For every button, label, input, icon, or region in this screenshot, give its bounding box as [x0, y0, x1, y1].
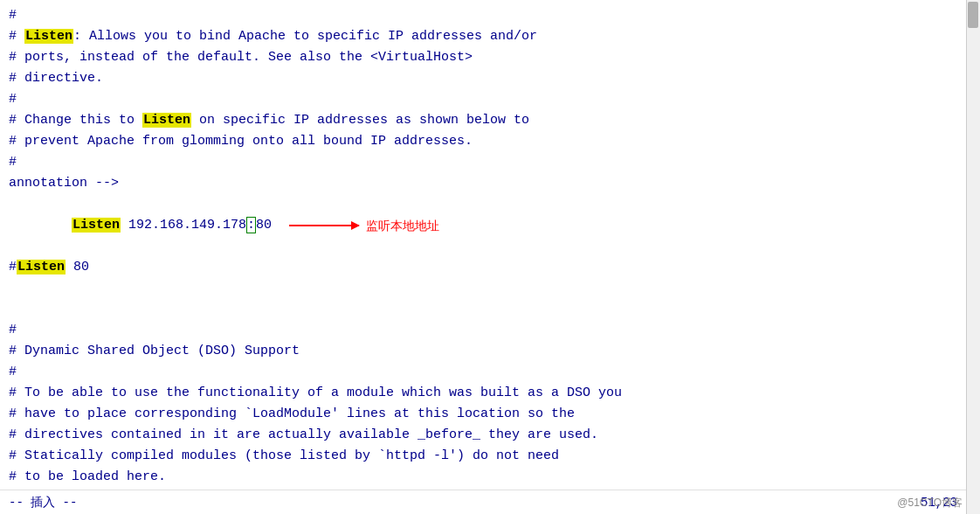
line-13: # [9, 320, 949, 341]
annotation-label: 监听本地地址 [366, 216, 439, 235]
line-7: # prevent Apache from glomming onto all … [9, 131, 949, 152]
line-9: Listen 192.168.149.178:80 监听本地地址 [9, 194, 949, 257]
status-bar: -- 插入 -- 51,23 [0, 490, 966, 514]
editor: # # Listen: Allows you to bind Apache to… [0, 0, 980, 514]
line-10: #Listen 80 [9, 257, 949, 278]
line-3: # ports, instead of the default. See als… [9, 47, 949, 68]
arrow [289, 225, 359, 226]
line-18: # directives contained in it are actuall… [9, 425, 949, 446]
listen-highlight-3: Listen [17, 260, 66, 274]
line-20: # to be loaded here. [9, 467, 949, 488]
scrollbar-thumb[interactable] [968, 2, 978, 28]
listen-highlight-2: Listen [142, 113, 191, 128]
insert-mode-label: -- 插入 -- [9, 495, 77, 511]
line-4: # directive. [9, 68, 949, 89]
listen-keyword: Listen [72, 218, 121, 233]
line-2: # Listen: Allows you to bind Apache to s… [9, 26, 949, 47]
line-1: # [9, 5, 949, 26]
line-12 [9, 299, 949, 320]
line-16: # To be able to use the functionality of… [9, 383, 949, 404]
watermark: @51CTO博客 [897, 496, 963, 511]
port: 80 [256, 218, 272, 233]
line-8: # [9, 152, 949, 173]
colon: : [246, 217, 256, 233]
line-6: # Change this to Listen on specific IP a… [9, 110, 949, 131]
line-11 [9, 278, 949, 299]
line-17: # have to place corresponding `LoadModul… [9, 404, 949, 425]
ip-address: 192.168.149.178 [121, 218, 246, 233]
editor-content: # # Listen: Allows you to bind Apache to… [0, 0, 966, 493]
listen-highlight-1: Listen [24, 29, 73, 44]
line-15: # [9, 362, 949, 383]
listen-directive: Listen 192.168.149.178:80 [9, 194, 272, 257]
line-14: # Dynamic Shared Object (DSO) Support [9, 341, 949, 362]
annotation-container: 监听本地地址 [289, 216, 439, 235]
line-19: # Statically compiled modules (those lis… [9, 446, 949, 467]
scrollbar[interactable] [966, 0, 980, 514]
line-5: # [9, 89, 949, 110]
